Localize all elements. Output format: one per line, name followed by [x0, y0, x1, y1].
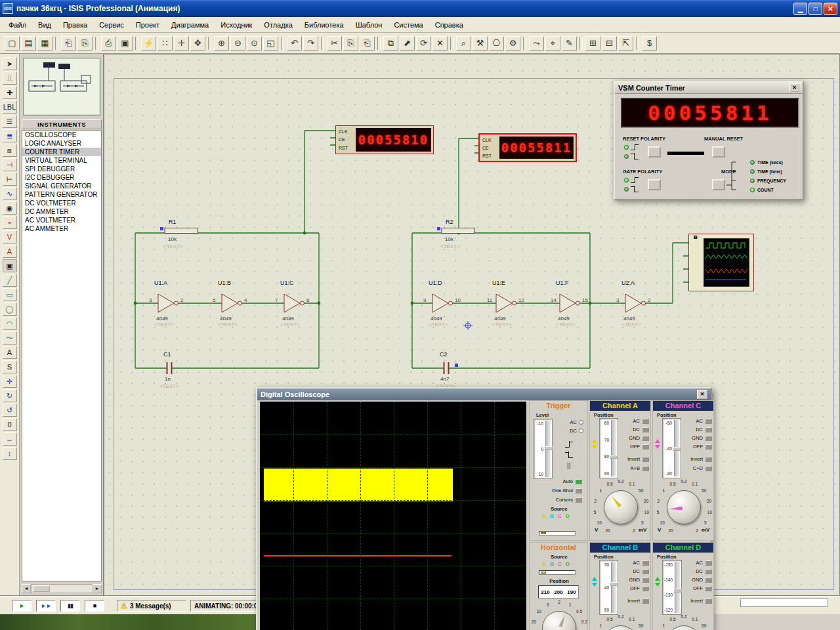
device-pin-mode[interactable]: ⊢ [3, 173, 17, 186]
instrument-item-oscilloscope[interactable]: OSCILLOSCOPE [22, 131, 101, 139]
oscilloscope-titlebar[interactable]: Digital Oscilloscope ✕ [257, 388, 711, 400]
tape-recorder-mode[interactable]: ◉ [3, 201, 17, 215]
chd-coup-ac[interactable]: AC [683, 560, 712, 566]
coupling-button[interactable] [642, 578, 649, 583]
2d-line[interactable]: ╱ [3, 274, 17, 287]
knob[interactable] [604, 625, 638, 630]
close-button[interactable]: ✕ [824, 3, 837, 15]
chd-coup-dc[interactable]: DC [683, 568, 712, 574]
step-button[interactable]: ►► [36, 600, 56, 612]
menu-item--[interactable]: Сервис [93, 19, 130, 31]
cha-coup-off[interactable]: OFF [620, 444, 649, 450]
minimize-button[interactable]: ▁ [793, 3, 807, 15]
new-sheet[interactable]: ⊞ [585, 36, 600, 51]
slider-handle[interactable] [673, 447, 681, 451]
pan[interactable]: ✥ [190, 36, 205, 51]
sep4[interactable] [208, 37, 211, 50]
menu-item--[interactable]: Система [388, 19, 429, 31]
oscilloscope-close-button[interactable]: ✕ [697, 390, 707, 399]
channel-b-position-slider[interactable]: 304050 [599, 560, 618, 615]
app-icon[interactable]: ISIS [3, 3, 13, 14]
trigger-source-b[interactable]: B [548, 513, 556, 519]
current-probe-mode[interactable]: A [3, 245, 17, 258]
toggle-grid[interactable]: ∷ [158, 36, 173, 51]
gate-polarity-high[interactable] [624, 177, 639, 183]
generator-mode[interactable]: ⌁ [3, 216, 17, 229]
menu-item--[interactable]: Отладка [258, 19, 298, 31]
chb-coup-dc[interactable]: DC [620, 568, 649, 574]
zoom-out[interactable]: ⊖ [230, 36, 245, 51]
block-copy[interactable]: ⧉ [383, 36, 398, 51]
mode-count[interactable]: COUNT [750, 187, 786, 193]
make-device[interactable]: ⚒ [472, 36, 488, 51]
mode-time-secs[interactable]: TIME (secs) [750, 159, 786, 165]
chb-coup-ac[interactable]: AC [620, 560, 649, 566]
position-arrows[interactable] [592, 577, 597, 587]
sum-button[interactable] [642, 466, 649, 471]
cha-coup-ac[interactable]: AC [620, 418, 649, 424]
component-U2-A[interactable]: U2:A324049<TEXT> [615, 280, 657, 331]
scroll-right-icon[interactable]: ► [93, 584, 102, 593]
block-move[interactable]: ⬈ [400, 36, 415, 51]
sep1[interactable] [55, 37, 58, 50]
block-delete[interactable]: ✕ [432, 36, 448, 51]
horiz-source-c[interactable]: C [556, 561, 564, 567]
zoom-all[interactable]: ⊙ [247, 36, 262, 51]
channel-d-gain-knob[interactable]: 20105210.50.20.150201052 [653, 616, 714, 630]
save-design[interactable]: ▦ [37, 36, 52, 51]
sep8[interactable] [450, 37, 453, 50]
voltage-probe-mode[interactable]: V [3, 230, 17, 243]
chd-coup-off[interactable]: OFF [683, 585, 712, 591]
chc-coup-off[interactable]: OFF [683, 444, 712, 450]
subcircuit-mode[interactable]: ⧈ [3, 144, 17, 157]
false-origin[interactable]: ✛ [174, 36, 189, 51]
mirror-x[interactable]: ↔ [3, 432, 17, 446]
instrument-item-ac-voltmeter[interactable]: AC VOLTMETER [22, 216, 101, 224]
coupling-capacitor-icon[interactable] [565, 463, 573, 469]
instrument-item-i2c-debugger[interactable]: I2C DEBUGGER [22, 173, 101, 182]
instrument-item-dc-ammeter[interactable]: DC AMMETER [22, 207, 101, 216]
chc-coup-gnd[interactable]: GND [683, 435, 712, 441]
menu-item--[interactable]: Проект [130, 19, 165, 31]
position-arrows[interactable] [655, 439, 660, 449]
channel-c-gain-knob[interactable]: V mV 20105210.50.20.150201052 [653, 481, 714, 537]
mode-time-hms[interactable]: TIME (hms) [750, 169, 786, 175]
sep3[interactable] [135, 37, 138, 50]
export-section[interactable]: ⎘ [77, 36, 93, 51]
open-design[interactable]: ▤ [21, 36, 36, 51]
knob[interactable] [667, 625, 701, 630]
reset-polarity-falling[interactable] [624, 154, 639, 159]
paste[interactable]: ⎗ [360, 36, 375, 51]
horizontal-source-slider[interactable] [539, 570, 576, 575]
coupling-button[interactable] [705, 560, 712, 566]
slider-handle[interactable] [610, 582, 618, 586]
instrument-item-ac-ammeter[interactable]: AC AMMETER [22, 224, 101, 233]
search-tag[interactable]: ⌖ [545, 36, 560, 51]
play-button[interactable]: ► [12, 600, 32, 612]
sum-button[interactable] [705, 466, 712, 471]
knob[interactable] [604, 490, 638, 524]
2d-marker[interactable]: ✛ [3, 375, 17, 388]
zoom-in[interactable]: ⊕ [214, 36, 229, 51]
coupling-button[interactable] [642, 586, 649, 591]
2d-box[interactable]: ▭ [3, 288, 17, 301]
graph-mode[interactable]: ∿ [3, 187, 17, 200]
gate-polarity-low[interactable] [624, 186, 639, 192]
maximize-button[interactable]: □ [808, 3, 822, 15]
scrollbar-track[interactable] [31, 584, 93, 593]
slider-track[interactable] [611, 420, 616, 476]
rising-edge-icon[interactable] [565, 442, 573, 448]
trigger-mode-button[interactable] [575, 479, 582, 484]
channel-c-position-slider[interactable]: -50-40-30 [662, 418, 681, 478]
component-U1-B[interactable]: U1:B544049<TEXT> [211, 280, 253, 331]
coupling-button[interactable] [642, 427, 649, 432]
redo[interactable]: ↷ [303, 36, 318, 51]
rotate-clockwise[interactable]: ↻ [3, 389, 17, 402]
trigger-source-a[interactable]: A [540, 513, 548, 519]
sep2[interactable] [95, 37, 98, 50]
junction-dot-mode[interactable]: ✚ [3, 86, 17, 99]
component-U1-C[interactable]: U1:C764049<TEXT> [274, 280, 316, 331]
position-arrows[interactable] [655, 577, 660, 587]
2d-text[interactable]: A [3, 346, 17, 359]
rotation-angle[interactable]: 0 [3, 418, 17, 431]
